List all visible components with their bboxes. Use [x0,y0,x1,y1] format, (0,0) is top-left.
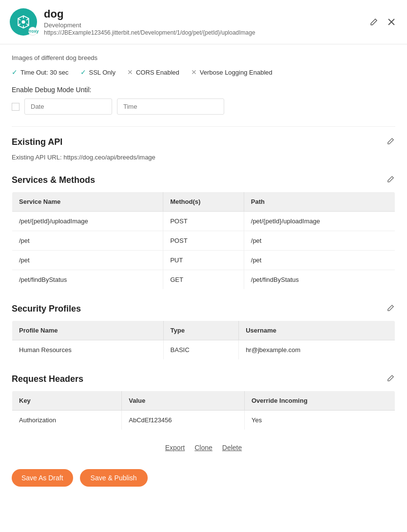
debug-label: Enable Debug Mode Until: [12,86,395,94]
table-row: /petPOST/pet [12,231,395,251]
table-cell: BASIC [163,340,239,360]
col-path: Path [244,192,395,212]
debug-date-input[interactable] [24,99,112,115]
table-cell: GET [163,270,244,290]
avatar: Proxy [10,8,37,36]
setting-ssl-label: SSL Only [89,69,116,76]
header-title: dog [44,8,368,20]
close-icon [388,18,395,26]
setting-cors-label: CORS Enabled [136,69,179,76]
security-profiles-section: Security Profiles Profile Name Type User… [12,303,395,360]
table-cell: /pet [244,251,395,270]
col-value: Value [122,391,245,411]
setting-cors: ✕ CORS Enabled [127,68,179,76]
cross-icon-cors: ✕ [127,68,133,76]
services-methods-table: Service Name Method(s) Path /pet/{petId}… [12,192,395,290]
edit-icon-existing-api [387,138,394,145]
edit-button[interactable] [368,16,380,28]
setting-ssl: ✓ SSL Only [80,68,116,76]
existing-api-url: Existing API URL: https://dog.ceo/api/br… [12,154,395,161]
table-cell: hr@jbexample.com [239,340,395,360]
export-button[interactable]: Export [165,444,185,452]
header-actions [368,16,397,28]
bottom-buttons: Save As Draft Save & Publish [0,469,407,501]
services-methods-title: Services & Methods [12,175,95,185]
services-methods-edit-button[interactable] [386,175,395,186]
services-methods-header-row: Service Name Method(s) Path [12,192,395,212]
setting-verbose: ✕ Verbose Logging Enabled [191,68,272,76]
existing-api-title: Existing API [12,137,62,147]
header-url: https://JBExample123456.jitterbit.net/De… [44,29,368,36]
table-cell: POST [163,231,244,251]
header-environment: Development [44,21,368,29]
table-row: /pet/findByStatusGET/pet/findByStatus [12,270,395,290]
security-profiles-header-row: Profile Name Type Username [12,321,395,340]
clone-button[interactable]: Clone [194,444,213,452]
existing-api-section: Existing API Existing API URL: https://d… [12,137,395,161]
edit-icon [370,18,378,26]
col-profile-name: Profile Name [12,321,164,340]
table-cell: Human Resources [12,340,164,360]
footer-actions: Export Clone Delete [12,444,395,452]
col-methods: Method(s) [163,192,244,212]
table-row: Human ResourcesBASIChr@jbexample.com [12,340,395,360]
table-cell: Authorization [12,411,122,430]
svg-point-1 [21,20,25,23]
existing-api-edit-button[interactable] [386,137,395,148]
setting-timeout-label: Time Out: 30 sec [20,69,69,76]
table-cell: /pet/{petId}/uploadImage [12,212,163,231]
request-headers-section: Request Headers Key Value Override Incom… [12,374,395,430]
table-row: /pet/{petId}/uploadImagePOST/pet/{petId}… [12,212,395,231]
debug-time-input[interactable] [117,99,224,115]
request-headers-title: Request Headers [12,374,83,384]
table-cell: /pet/findByStatus [12,270,163,290]
existing-api-header: Existing API [12,137,395,148]
col-username: Username [239,321,395,340]
table-cell: /pet [12,251,163,270]
edit-icon-services [387,176,394,183]
check-icon-timeout: ✓ [12,68,18,76]
proxy-badge: Proxy [28,27,37,36]
col-key: Key [12,391,122,411]
security-profiles-header: Security Profiles [12,303,395,315]
debug-section: Enable Debug Mode Until: [12,86,395,115]
save-as-draft-button[interactable]: Save As Draft [12,469,73,487]
table-cell: Yes [244,411,395,430]
security-profiles-title: Security Profiles [12,304,81,314]
col-override-incoming: Override Incoming [244,391,395,411]
setting-verbose-label: Verbose Logging Enabled [200,69,272,76]
request-headers-header-row: Key Value Override Incoming [12,391,395,411]
col-type: Type [163,321,239,340]
delete-button[interactable]: Delete [222,444,242,452]
cross-icon-verbose: ✕ [191,68,197,76]
table-cell: /pet [244,231,395,251]
edit-icon-security [387,304,394,312]
col-service-name: Service Name [12,192,163,212]
request-headers-table: Key Value Override Incoming Authorizatio… [12,391,395,430]
table-cell: /pet/findByStatus [244,270,395,290]
security-profiles-edit-button[interactable] [386,303,395,315]
request-headers-header: Request Headers [12,374,395,385]
table-cell: /pet [12,231,163,251]
save-and-publish-button[interactable]: Save & Publish [80,469,148,487]
services-methods-section: Services & Methods Service Name Method(s… [12,175,395,290]
security-profiles-table: Profile Name Type Username Human Resourc… [12,320,395,360]
description: Images of different dog breeds [12,54,395,61]
table-cell: AbCdEf123456 [122,411,245,430]
header: Proxy dog Development https://JBExample1… [0,0,407,44]
setting-timeout: ✓ Time Out: 30 sec [12,68,69,76]
debug-checkbox[interactable] [12,103,19,111]
main-content: Images of different dog breeds ✓ Time Ou… [0,44,407,469]
header-info: dog Development https://JBExample123456.… [44,8,368,36]
table-cell: /pet/{petId}/uploadImage [244,212,395,231]
table-row: /petPUT/pet [12,251,395,270]
divider-1 [12,126,395,127]
request-headers-edit-button[interactable] [386,374,395,385]
close-button[interactable] [386,16,397,28]
settings-row: ✓ Time Out: 30 sec ✓ SSL Only ✕ CORS Ena… [12,68,395,76]
edit-icon-headers [387,374,394,382]
debug-inputs [12,99,395,115]
table-cell: PUT [163,251,244,270]
services-methods-header: Services & Methods [12,175,395,186]
table-cell: POST [163,212,244,231]
